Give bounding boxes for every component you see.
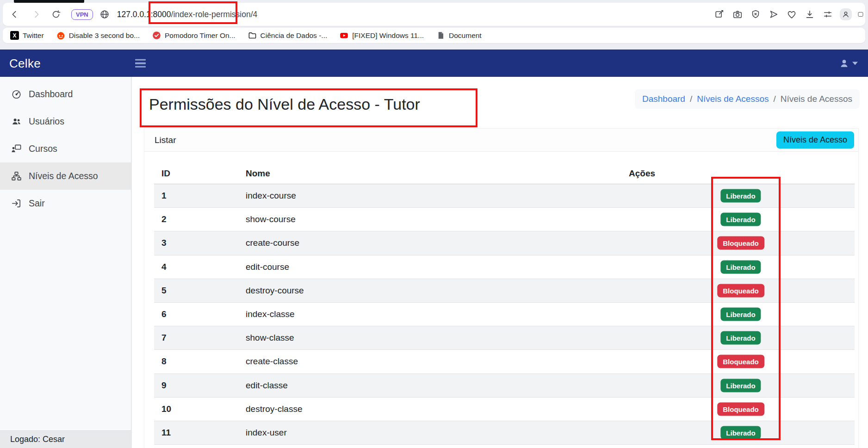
- sidebar: Dashboard Usuários Cursos Níveis de Aces…: [0, 77, 131, 448]
- niveis-de-acesso-button[interactable]: Níveis de Acesso: [776, 131, 854, 149]
- cell-id: 7: [161, 333, 167, 343]
- forward-icon[interactable]: [31, 8, 43, 20]
- column-header-id: ID: [161, 168, 170, 179]
- cell-nome: show-classe: [246, 333, 294, 343]
- cell-nome: destroy-classe: [246, 404, 303, 414]
- table-row: 1 index-course Liberado: [154, 184, 855, 208]
- dashboard-icon: [11, 89, 22, 100]
- user-menu[interactable]: [839, 58, 858, 68]
- logout-icon: [11, 198, 22, 209]
- cell-nome: create-classe: [246, 356, 298, 367]
- chevron-down-icon: [852, 62, 858, 65]
- breadcrumb-link[interactable]: Níveis de Acessos: [697, 94, 769, 104]
- sidebar-item-sair[interactable]: Sair: [0, 190, 131, 217]
- send-icon[interactable]: [768, 8, 780, 20]
- status-badge: Liberado: [720, 426, 761, 439]
- cell-nome: edit-course: [246, 262, 289, 272]
- table-row: 7 show-classe Liberado: [154, 326, 855, 350]
- cell-id: 3: [161, 238, 167, 248]
- status-badge: Liberado: [720, 379, 761, 392]
- cell-id: 8: [161, 356, 167, 367]
- table-row: 5 destroy-course Bloqueado: [154, 279, 855, 303]
- page-title: Permissões do Nível de Acesso - Tutor: [149, 95, 420, 113]
- status-badge: Liberado: [720, 331, 761, 345]
- table-row: 8 create-classe Bloqueado: [154, 350, 855, 373]
- brand-logo[interactable]: Celke: [9, 56, 41, 70]
- cell-nome: index-user: [246, 428, 287, 438]
- bookmark-item[interactable]: [FIXED] Windows 11...: [340, 31, 424, 40]
- table-row: 6 index-classe Liberado: [154, 303, 855, 326]
- main-content: Permissões do Nível de Acesso - Tutor Da…: [132, 77, 868, 448]
- cell-nome: index-course: [246, 191, 296, 201]
- back-icon[interactable]: [8, 8, 20, 20]
- screen: VPN 127.0.0.1:8000/index-role-permission…: [0, 0, 868, 448]
- sidebar-nav: Dashboard Usuários Cursos Níveis de Aces…: [0, 77, 131, 217]
- sidebar-item-dashboard[interactable]: Dashboard: [0, 81, 131, 108]
- status-badge: Liberado: [720, 260, 761, 274]
- user-avatar-icon: [839, 58, 849, 68]
- camera-icon[interactable]: [732, 8, 744, 20]
- permissions-table: ID Nome Ações 1 index-course Liberado 2 …: [154, 152, 855, 445]
- status-badge: Bloqueado: [717, 236, 764, 250]
- sidebar-footer: Logado: Cesar: [0, 430, 131, 448]
- reload-icon[interactable]: [50, 8, 62, 20]
- bookmark-item[interactable]: X Twitter: [10, 31, 44, 40]
- browser-toolbar: VPN 127.0.0.1:8000/index-role-permission…: [3, 3, 865, 26]
- table-row: 2 show-course Liberado: [154, 208, 855, 231]
- download-icon[interactable]: [804, 8, 816, 20]
- shield-x-icon[interactable]: [750, 8, 762, 20]
- table-body: 1 index-course Liberado 2 show-course Li…: [154, 184, 855, 445]
- status-badge: Liberado: [720, 213, 761, 226]
- breadcrumb-current: Níveis de Acessos: [781, 94, 852, 104]
- table-row: 4 edit-course Liberado: [154, 255, 855, 279]
- bookmarks-bar: X Twitter Disable 3 second bo... Pomodor…: [3, 28, 865, 43]
- sidebar-item-n-veis-de-acesso[interactable]: Níveis de Acesso: [0, 162, 131, 190]
- sidebar-item-cursos[interactable]: Cursos: [0, 135, 131, 162]
- x-twitter-icon: X: [10, 31, 19, 40]
- pomodoro-icon: [152, 31, 161, 40]
- breadcrumb-link[interactable]: Dashboard: [642, 94, 685, 104]
- cell-id: 2: [161, 214, 167, 224]
- bookmark-item[interactable]: Pomodoro Timer On...: [152, 31, 235, 40]
- bookmark-item[interactable]: Document: [436, 31, 482, 40]
- table-row: 11 index-user Liberado: [154, 421, 855, 445]
- toolbar-actions: [713, 8, 863, 20]
- url-bar[interactable]: 127.0.0.1:8000/index-role-permission/4: [117, 10, 258, 19]
- profile-icon[interactable]: [840, 8, 852, 20]
- cell-id: 4: [161, 262, 167, 272]
- browser-chrome: VPN 127.0.0.1:8000/index-role-permission…: [0, 0, 868, 50]
- globe-icon: [99, 8, 111, 20]
- bookmark-item[interactable]: Ciência de Dados -...: [248, 31, 328, 40]
- hamburger-menu-icon[interactable]: [135, 59, 146, 68]
- cut-off-icon: [858, 8, 863, 20]
- vpn-badge[interactable]: VPN: [71, 9, 93, 20]
- cell-id: 1: [161, 191, 167, 201]
- sliders-icon[interactable]: [822, 8, 834, 20]
- status-badge: Bloqueado: [717, 402, 764, 416]
- cell-nome: show-course: [246, 214, 296, 224]
- compose-icon[interactable]: [713, 8, 725, 20]
- status-badge: Liberado: [720, 308, 761, 321]
- breadcrumb-separator: /: [773, 94, 775, 104]
- card-title: Listar: [155, 135, 176, 145]
- cell-nome: index-classe: [246, 309, 295, 319]
- document-icon: [436, 31, 445, 40]
- bookmark-item[interactable]: Disable 3 second bo...: [56, 31, 140, 40]
- courses-icon: [11, 143, 22, 154]
- heart-icon[interactable]: [786, 8, 798, 20]
- url-host: 127.0.0.1:8000: [117, 10, 171, 19]
- users-icon: [11, 116, 22, 127]
- cell-id: 11: [161, 428, 171, 438]
- sidebar-item-usu-rios[interactable]: Usuários: [0, 108, 131, 135]
- cell-nome: edit-classe: [246, 380, 288, 391]
- svg-text:X: X: [13, 32, 17, 39]
- folder-icon: [248, 31, 257, 40]
- cell-id: 9: [161, 380, 167, 391]
- sitemap-icon: [11, 171, 22, 181]
- cell-nome: destroy-course: [246, 286, 304, 296]
- status-badge: Liberado: [720, 189, 761, 203]
- table-row: 3 create-course Bloqueado: [154, 231, 855, 255]
- breadcrumb-separator: /: [690, 94, 692, 104]
- cell-id: 10: [161, 404, 171, 414]
- status-badge: Bloqueado: [717, 284, 764, 297]
